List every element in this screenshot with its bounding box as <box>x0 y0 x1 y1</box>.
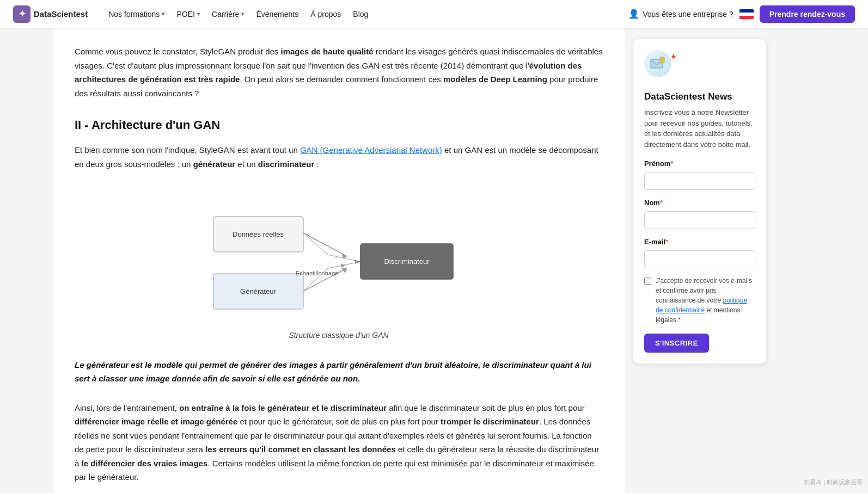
logo-text: DataScientest <box>34 8 88 21</box>
svg-text:Echantillonnage: Echantillonnage <box>296 270 338 276</box>
nav-label-carriere: Carrière <box>212 8 240 20</box>
diagram-caption: Structure classique d'un GAN <box>289 329 388 341</box>
privacy-link[interactable]: politique de confidentialité <box>656 297 747 314</box>
nav-item-blog[interactable]: Blog <box>347 5 374 23</box>
email-input[interactable] <box>644 250 755 268</box>
newsletter-icon <box>644 50 671 77</box>
bottom-paragraph: Ainsi, lors de l'entrainement, on entraî… <box>75 401 603 484</box>
svg-text:Données réelles: Données réelles <box>233 230 284 238</box>
flag-france[interactable] <box>739 9 754 20</box>
enterprise-icon: 👤 <box>628 7 639 21</box>
newsletter-card: ✦ DataScientest News Inscrivez-vous à no… <box>633 39 766 363</box>
checkbox-label: J'accepte de recevoir vos e-mails et con… <box>656 276 755 325</box>
nav-item-poei[interactable]: POEI ▾ <box>171 5 205 23</box>
nav-item-carriere[interactable]: Carrière ▾ <box>206 5 250 23</box>
svg-text:Générateur: Générateur <box>240 287 276 295</box>
card-description: Inscrivez-vous à notre Newsletter pour r… <box>644 107 755 150</box>
nom-label: Nom* <box>644 198 755 209</box>
quote-block: Le générateur est le modèle qui permet d… <box>75 358 603 386</box>
chevron-down-icon: ▾ <box>162 10 164 19</box>
svg-text:Discriminateur: Discriminateur <box>384 257 430 266</box>
diagram-wrapper: Données réelles Générateur Discriminateu… <box>75 184 603 341</box>
email-label: E-mail* <box>644 237 755 248</box>
navbar: ✦ DataScientest Nos formations ▾ POEI ▾ … <box>0 0 868 28</box>
prenom-input[interactable] <box>644 172 755 190</box>
intro-paragraph: Comme vous pouvez le constater, StyleGAN… <box>75 45 603 100</box>
nav-label-evenements: Événements <box>256 8 298 20</box>
nav-label-poei: POEI <box>176 8 194 20</box>
gan-link[interactable]: GAN (Generative Adversiarial Network) <box>300 145 442 155</box>
nav-right: 👤 Vous êtes une entreprise ? Prendre ren… <box>628 5 855 23</box>
chevron-down-icon: ▾ <box>197 10 200 19</box>
enterprise-label: Vous êtes une entreprise ? <box>643 8 733 20</box>
enterprise-link[interactable]: 👤 Vous êtes une entreprise ? <box>628 7 733 21</box>
checkbox-required: * <box>678 316 681 324</box>
email-required: * <box>665 238 668 246</box>
section-heading: II - Architecture d'un GAN <box>75 115 603 134</box>
checkbox-row: J'accepte de recevoir vos e-mails et con… <box>644 276 755 325</box>
flag-red <box>739 16 754 19</box>
chevron-down-icon: ▾ <box>241 10 244 19</box>
nav-label-apropos: À propos <box>310 8 341 20</box>
navbar-logo[interactable]: ✦ DataScientest <box>13 5 88 23</box>
newsletter-form: Prénom* Nom* E-mail* <box>644 158 755 352</box>
nav-item-apropos[interactable]: À propos <box>305 5 346 23</box>
gan-diagram: Données réelles Générateur Discriminateu… <box>203 184 475 324</box>
nav-links: Nos formations ▾ POEI ▾ Carrière ▾ Événe… <box>103 5 628 23</box>
icon-wrapper: ✦ <box>644 50 677 83</box>
card-header: ✦ <box>644 50 755 83</box>
subscribe-button[interactable]: S'INSCRIRE <box>644 334 709 353</box>
main-content: Comme vous pouvez le constater, StyleGAN… <box>53 28 625 493</box>
svg-rect-18 <box>660 57 664 63</box>
page-wrapper: Comme vous pouvez le constater, StyleGAN… <box>53 0 815 493</box>
consent-checkbox[interactable] <box>644 278 651 285</box>
card-title: DataScientest News <box>644 89 755 104</box>
nom-group: Nom* <box>644 198 755 229</box>
prenom-label: Prénom* <box>644 158 755 170</box>
email-group: E-mail* <box>644 237 755 268</box>
svg-line-6 <box>303 233 347 256</box>
nav-item-formations[interactable]: Nos formations ▾ <box>103 5 170 23</box>
nav-item-evenements[interactable]: Événements <box>250 5 304 23</box>
star-icon: ✦ <box>670 50 677 64</box>
prenom-required: * <box>670 159 673 168</box>
nom-required: * <box>660 199 663 207</box>
nav-label-blog: Blog <box>353 8 368 20</box>
sidebar: ✦ DataScientest News Inscrivez-vous à no… <box>625 28 777 493</box>
nav-label-formations: Nos formations <box>108 8 160 20</box>
svg-marker-16 <box>355 260 360 264</box>
prenom-group: Prénom* <box>644 158 755 190</box>
nom-input[interactable] <box>644 211 755 229</box>
logo-icon: ✦ <box>13 5 30 23</box>
cta-button[interactable]: Prendre rendez-vous <box>760 5 855 23</box>
section-paragraph-1: Et bien comme son nom l'indique, StyleGA… <box>75 143 603 171</box>
